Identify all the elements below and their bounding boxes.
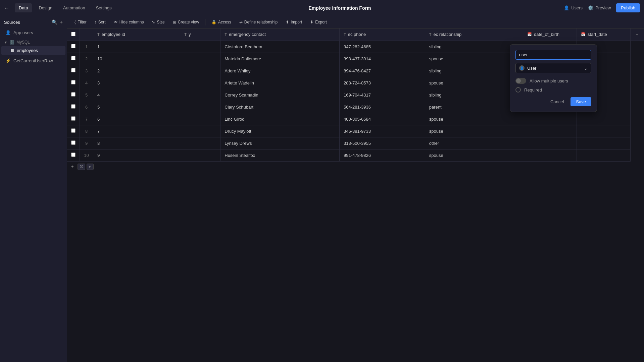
cell-y[interactable]	[180, 149, 220, 161]
cell-ec-phone[interactable]: 346-381-9733	[340, 125, 425, 137]
search-icon[interactable]: 🔍	[52, 19, 57, 25]
row-checkbox[interactable]	[71, 104, 76, 109]
cell-emergency-contact[interactable]: Clary Schubart	[220, 101, 340, 113]
publish-button[interactable]: Publish	[616, 3, 640, 12]
cell-ec-phone[interactable]: 288-724-0573	[340, 77, 425, 89]
cell-employee-id[interactable]: 9	[93, 149, 180, 161]
tab-automation[interactable]: Automation	[59, 3, 89, 12]
cell-ec-relationship[interactable]: spouse	[425, 77, 523, 89]
row-checkbox[interactable]	[71, 68, 76, 72]
cell-ec-relationship[interactable]: sibling	[425, 41, 523, 53]
sidebar-item-employees[interactable]: ▦ employees	[1, 46, 65, 55]
cell-employee-id[interactable]: 8	[93, 137, 180, 149]
cell-date-of-birth[interactable]	[523, 125, 577, 137]
import-button[interactable]: ⬆ Import	[282, 18, 305, 26]
cell-y[interactable]	[180, 53, 220, 65]
cell-y[interactable]	[180, 89, 220, 101]
cell-ec-phone[interactable]: 313-500-3955	[340, 137, 425, 149]
cell-y[interactable]	[180, 41, 220, 53]
cell-ec-phone[interactable]: 169-704-4317	[340, 89, 425, 101]
cell-ec-phone[interactable]: 564-281-3936	[340, 101, 425, 113]
cell-emergency-contact[interactable]: Correy Scamadin	[220, 89, 340, 101]
tab-settings[interactable]: Settings	[92, 3, 116, 12]
add-row-button[interactable]: + ⌘ ↵	[67, 162, 644, 172]
cell-ec-phone[interactable]: 947-282-4685	[340, 41, 425, 53]
field-name-input[interactable]	[515, 50, 591, 60]
cell-employee-id[interactable]: 3	[93, 77, 180, 89]
sidebar-item-app-users[interactable]: 👤 App users	[1, 28, 65, 37]
field-type-dropdown[interactable]: 👤 User ⌄	[515, 63, 591, 73]
hide-columns-button[interactable]: 👁 Hide columns	[110, 18, 147, 26]
cell-emergency-contact[interactable]: Matelda Dallemore	[220, 53, 340, 65]
cell-employee-id[interactable]: 6	[93, 113, 180, 125]
cell-y[interactable]	[180, 101, 220, 113]
sort-button[interactable]: ↕ Sort	[91, 18, 109, 26]
cell-start-date[interactable]	[577, 113, 631, 125]
cell-ec-relationship[interactable]: parent	[425, 101, 523, 113]
add-source-icon[interactable]: +	[60, 19, 63, 25]
row-checkbox[interactable]	[71, 153, 76, 157]
cell-ec-relationship[interactable]: other	[425, 137, 523, 149]
tab-data[interactable]: Data	[15, 3, 32, 12]
cell-ec-relationship[interactable]: sibling	[425, 65, 523, 77]
sidebar-group-header-mysql[interactable]: ▼ 🗄️ MySQL	[0, 39, 67, 46]
cell-start-date[interactable]	[577, 149, 631, 161]
cell-start-date[interactable]	[577, 125, 631, 137]
cell-ec-relationship[interactable]: spouse	[425, 113, 523, 125]
cancel-button[interactable]: Cancel	[546, 97, 568, 106]
cell-emergency-contact[interactable]: Cirstoforo Beathem	[220, 41, 340, 53]
cell-y[interactable]	[180, 65, 220, 77]
cell-y[interactable]	[180, 125, 220, 137]
sidebar-item-get-current-user-row[interactable]: ⚡ GetCurrentUserRow	[1, 56, 65, 65]
row-checkbox[interactable]	[71, 140, 76, 145]
checkbox-header[interactable]	[67, 28, 80, 41]
users-button[interactable]: 👤 Users	[564, 5, 583, 10]
row-checkbox[interactable]	[71, 44, 76, 48]
save-button[interactable]: Save	[571, 97, 591, 106]
cell-emergency-contact[interactable]: Lynsey Drews	[220, 137, 340, 149]
cell-start-date[interactable]	[577, 137, 631, 149]
row-checkbox[interactable]	[71, 128, 76, 133]
cell-emergency-contact[interactable]: Husein Stealfox	[220, 149, 340, 161]
cell-employee-id[interactable]: 10	[93, 53, 180, 65]
cell-emergency-contact[interactable]: Arlette Wadelin	[220, 77, 340, 89]
required-radio[interactable]	[515, 87, 521, 93]
cell-ec-relationship[interactable]: spouse	[425, 149, 523, 161]
size-button[interactable]: ⤡ Size	[148, 18, 168, 26]
cell-emergency-contact[interactable]: Drucy Maylott	[220, 125, 340, 137]
preview-button[interactable]: ⚙️ Preview	[588, 5, 611, 10]
cell-ec-relationship[interactable]: sibling	[425, 89, 523, 101]
cell-employee-id[interactable]: 2	[93, 65, 180, 77]
cell-employee-id[interactable]: 4	[93, 89, 180, 101]
row-checkbox[interactable]	[71, 116, 76, 121]
access-button[interactable]: 🔒 Access	[208, 18, 235, 26]
cell-emergency-contact[interactable]: Adore Whiley	[220, 65, 340, 77]
cell-ec-phone[interactable]: 400-305-6584	[340, 113, 425, 125]
cell-date-of-birth[interactable]	[523, 113, 577, 125]
cell-employee-id[interactable]: 1	[93, 41, 180, 53]
select-all-checkbox[interactable]	[71, 32, 76, 36]
cell-employee-id[interactable]: 7	[93, 125, 180, 137]
cell-employee-id[interactable]: 5	[93, 101, 180, 113]
export-button[interactable]: ⬇ Export	[307, 18, 330, 26]
cell-y[interactable]	[180, 137, 220, 149]
row-checkbox[interactable]	[71, 80, 76, 84]
tab-design[interactable]: Design	[35, 3, 56, 12]
cell-ec-phone[interactable]: 991-478-9826	[340, 149, 425, 161]
allow-multiple-toggle[interactable]	[515, 78, 526, 84]
cell-date-of-birth[interactable]	[523, 137, 577, 149]
cell-ec-phone[interactable]: 398-437-3914	[340, 53, 425, 65]
cell-ec-relationship[interactable]: spouse	[425, 125, 523, 137]
create-view-button[interactable]: ⊞ Create view	[169, 18, 202, 26]
define-relationship-button[interactable]: ⇌ Define relationship	[236, 18, 281, 26]
cell-ec-relationship[interactable]: spouse	[425, 53, 523, 65]
back-button[interactable]: ←	[4, 5, 9, 11]
cell-date-of-birth[interactable]	[523, 149, 577, 161]
add-column-button[interactable]: +	[631, 28, 644, 41]
cell-y[interactable]	[180, 113, 220, 125]
row-checkbox[interactable]	[71, 92, 76, 97]
cell-y[interactable]	[180, 77, 220, 89]
row-checkbox[interactable]	[71, 56, 76, 60]
cell-emergency-contact[interactable]: Linc Girod	[220, 113, 340, 125]
filter-button[interactable]: 〈 Filter	[71, 18, 90, 26]
